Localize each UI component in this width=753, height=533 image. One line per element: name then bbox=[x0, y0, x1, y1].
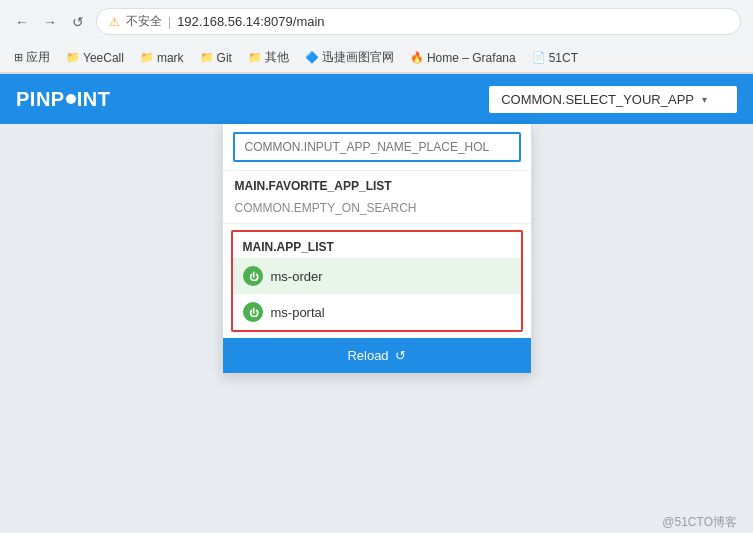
chevron-down-icon: ▾ bbox=[702, 94, 707, 105]
bookmark-other[interactable]: 📁 其他 bbox=[242, 47, 295, 68]
xunjie-icon: 🔷 bbox=[305, 51, 319, 64]
folder-icon-1: 📁 bbox=[66, 51, 80, 64]
refresh-button[interactable]: ↺ bbox=[68, 12, 88, 32]
app-name-ms-portal: ms-portal bbox=[271, 305, 325, 320]
bookmark-xunjie[interactable]: 🔷 迅捷画图官网 bbox=[299, 47, 400, 68]
bookmark-grafana[interactable]: 🔥 Home – Grafana bbox=[404, 49, 522, 67]
app-item-ms-order[interactable]: ⏻ ms-order bbox=[233, 258, 521, 294]
warning-icon: ⚠ bbox=[109, 15, 120, 29]
51ct-icon: 📄 bbox=[532, 51, 546, 64]
bookmark-apps[interactable]: ⊞ 应用 bbox=[8, 47, 56, 68]
address-bar[interactable]: ⚠ 不安全 | 192.168.56.14:8079/main bbox=[96, 8, 741, 35]
empty-on-search-message: COMMON.EMPTY_ON_SEARCH bbox=[223, 197, 531, 224]
folder-icon-2: 📁 bbox=[140, 51, 154, 64]
reload-label: Reload bbox=[347, 348, 388, 363]
app-list-label: MAIN.APP_LIST bbox=[233, 232, 521, 258]
apps-icon: ⊞ bbox=[14, 51, 23, 64]
app-status-icon-ms-order: ⏻ bbox=[243, 266, 263, 286]
app-selector-header[interactable]: COMMON.SELECT_YOUR_APP ▾ bbox=[489, 86, 737, 113]
forward-button[interactable]: → bbox=[40, 12, 60, 32]
bookmark-51ct[interactable]: 📄 51CT bbox=[526, 49, 584, 67]
svg-text:⏻: ⏻ bbox=[248, 271, 258, 282]
svg-text:⏻: ⏻ bbox=[248, 307, 258, 318]
bookmark-mark[interactable]: 📁 mark bbox=[134, 49, 190, 67]
bookmarks-bar: ⊞ 应用 📁 YeeCall 📁 mark 📁 Git 📁 其他 🔷 迅捷画图官… bbox=[0, 43, 753, 73]
pinpoint-header: PINP INT COMMON.SELECT_YOUR_APP ▾ bbox=[0, 74, 753, 124]
dropdown-panel: MAIN.FAVORITE_APP_LIST COMMON.EMPTY_ON_S… bbox=[222, 124, 532, 374]
app-status-icon-ms-portal: ⏻ bbox=[243, 302, 263, 322]
reload-icon: ↺ bbox=[395, 348, 406, 363]
app-search-input[interactable] bbox=[233, 132, 521, 162]
app-list-section: MAIN.APP_LIST ⏻ ms-order bbox=[231, 230, 523, 332]
app-item-ms-portal[interactable]: ⏻ ms-portal bbox=[233, 294, 521, 330]
logo-dot bbox=[66, 94, 76, 104]
folder-icon-4: 📁 bbox=[248, 51, 262, 64]
back-button[interactable]: ← bbox=[12, 12, 32, 32]
browser-chrome: ← → ↺ ⚠ 不安全 | 192.168.56.14:8079/main ⊞ … bbox=[0, 0, 753, 74]
app-select-trigger[interactable]: COMMON.SELECT_YOUR_APP ▾ bbox=[489, 86, 737, 113]
app-selector-dropdown: MAIN.FAVORITE_APP_LIST COMMON.EMPTY_ON_S… bbox=[222, 124, 532, 374]
bookmark-yeecall[interactable]: 📁 YeeCall bbox=[60, 49, 130, 67]
reload-button[interactable]: Reload ↺ bbox=[223, 338, 531, 373]
browser-nav: ← → ↺ ⚠ 不安全 | 192.168.56.14:8079/main bbox=[0, 0, 753, 43]
pinpoint-logo: PINP INT bbox=[16, 88, 110, 111]
folder-icon-3: 📁 bbox=[200, 51, 214, 64]
warning-text: 不安全 bbox=[126, 13, 162, 30]
select-placeholder-text: COMMON.SELECT_YOUR_APP bbox=[501, 92, 694, 107]
page-content: PINP INT COMMON.SELECT_YOUR_APP ▾ MAIN.F… bbox=[0, 74, 753, 533]
search-input-wrapper bbox=[223, 124, 531, 171]
app-name-ms-order: ms-order bbox=[271, 269, 323, 284]
favorite-section-label: MAIN.FAVORITE_APP_LIST bbox=[223, 171, 531, 197]
address-text: 192.168.56.14:8079/main bbox=[177, 14, 324, 29]
watermark: @51CTO博客 bbox=[662, 514, 737, 531]
bookmark-git[interactable]: 📁 Git bbox=[194, 49, 238, 67]
grafana-icon: 🔥 bbox=[410, 51, 424, 64]
